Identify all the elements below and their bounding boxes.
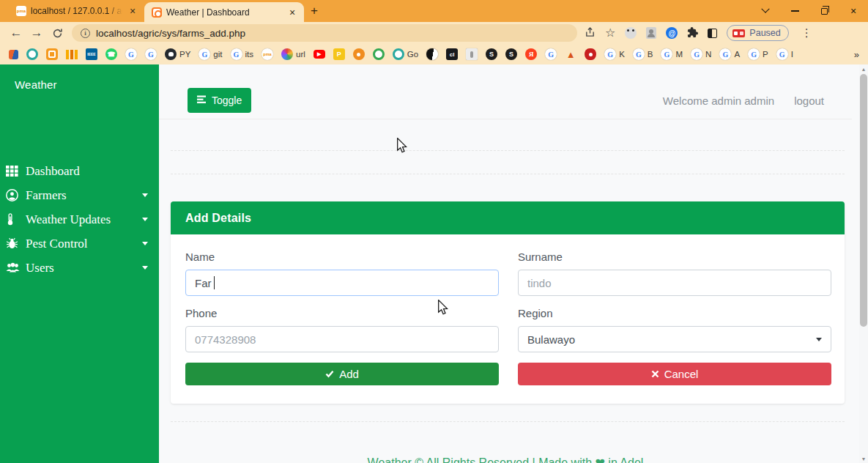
cancel-button[interactable]: Cancel: [518, 363, 831, 385]
tab-close-icon[interactable]: ×: [127, 5, 138, 17]
address-bar[interactable]: i localhost/agric/sys/farms_add.php: [72, 24, 577, 42]
bookmark-item[interactable]: GM: [661, 48, 683, 60]
bookmark-item[interactable]: G: [145, 48, 157, 60]
google-icon: G: [691, 48, 702, 60]
bookmark-item[interactable]: GB: [633, 48, 653, 60]
bookmark-item[interactable]: cl: [446, 48, 458, 60]
bookmark-item[interactable]: G: [545, 48, 557, 60]
phpmyadmin-favicon-icon: pma: [16, 6, 26, 16]
bookmark-item[interactable]: GP: [748, 48, 768, 60]
surname-input[interactable]: [518, 270, 831, 296]
scroll-up-icon[interactable]: ▲: [859, 64, 868, 73]
scrollbar-thumb[interactable]: [860, 74, 867, 327]
window-chevron-down-icon[interactable]: [751, 0, 780, 22]
url-text[interactable]: localhost/agric/sys/farms_add.php: [96, 28, 245, 39]
bookmark-item[interactable]: G: [125, 48, 137, 60]
google-icon: G: [604, 48, 616, 60]
share-icon[interactable]: [585, 26, 596, 40]
bookmark-item[interactable]: GI: [776, 48, 793, 60]
bookmark-item[interactable]: P: [333, 48, 345, 60]
bookmark-item[interactable]: [26, 48, 38, 60]
browser-menu-icon[interactable]: ⋮: [801, 26, 812, 40]
bookmark-item[interactable]: Go: [393, 48, 418, 60]
bookmark-item[interactable]: [46, 48, 58, 60]
region-select[interactable]: Bulawayo: [518, 326, 831, 352]
bookmark-item[interactable]: Ggit: [199, 48, 222, 60]
bookmark-label: Go: [407, 50, 418, 59]
idm-icon: [732, 29, 745, 37]
sidebar-item-dashboard[interactable]: Dashboard: [0, 159, 159, 183]
bookmark-item[interactable]: ▲: [565, 48, 576, 60]
new-tab-button[interactable]: +: [304, 1, 324, 21]
dark-s-icon: S: [505, 48, 517, 60]
browser-tab-weather-dashboard[interactable]: Weather | Dashboard ×: [144, 2, 304, 22]
paused-label: Paused: [749, 28, 780, 38]
sidebar-item-pest-control[interactable]: Pest Control: [0, 232, 159, 256]
phone-input[interactable]: [185, 326, 499, 352]
logout-link[interactable]: logout: [794, 95, 824, 107]
bookmark-item[interactable]: GK: [604, 48, 625, 60]
bookmark-item[interactable]: Gits: [231, 48, 254, 60]
scroll-down-icon[interactable]: ▼: [859, 454, 868, 463]
at-extension-icon[interactable]: @: [666, 27, 678, 39]
bookmark-item[interactable]: pma: [261, 48, 273, 60]
bookmark-item[interactable]: Я: [525, 48, 537, 60]
sidebar-toggle-button[interactable]: Toggle: [188, 88, 251, 113]
name-input[interactable]: [185, 270, 499, 296]
bookmark-label: M: [675, 50, 683, 59]
forward-icon[interactable]: →: [26, 26, 47, 40]
tab-close-icon[interactable]: ×: [286, 7, 298, 18]
thermometer-icon: [6, 213, 21, 226]
bookmark-star-icon[interactable]: ☆: [605, 27, 615, 39]
page-content: Weather DashboardFarmersWeather UpdatesP…: [0, 64, 868, 463]
panda-extension-icon[interactable]: [625, 27, 637, 39]
window-restore-icon[interactable]: [809, 0, 839, 22]
bookmark-item[interactable]: IEEE: [86, 48, 97, 60]
site-info-icon[interactable]: i: [81, 29, 90, 38]
sidebar-item-users[interactable]: Users: [0, 256, 159, 280]
reload-icon[interactable]: [47, 28, 67, 39]
youtube-icon: ▶: [314, 50, 325, 59]
puzzle-extensions-icon[interactable]: [687, 26, 698, 40]
bookmark-item[interactable]: GN: [691, 48, 711, 60]
scrollbar[interactable]: ▲ ▼: [859, 64, 868, 463]
name-label: Name: [185, 251, 499, 263]
bookmarks-overflow-icon[interactable]: »: [854, 49, 859, 60]
reading-mode-icon[interactable]: [708, 29, 717, 38]
window-minimize-icon[interactable]: [780, 0, 809, 22]
bookmark-item[interactable]: ▶: [314, 50, 325, 59]
profile-extension-icon[interactable]: [646, 27, 656, 39]
bookmark-item[interactable]: [373, 48, 385, 60]
bookmark-item[interactable]: [426, 48, 438, 60]
divider: [171, 174, 845, 174]
sidebar-item-farmers[interactable]: Farmers: [0, 183, 159, 207]
bookmark-item[interactable]: ☎: [105, 48, 117, 60]
bookmark-item[interactable]: GA: [719, 48, 740, 60]
bookmark-item[interactable]: S: [505, 48, 517, 60]
download-paused-pill[interactable]: Paused: [727, 25, 788, 41]
dark-bird-icon: [426, 48, 438, 60]
google-icon: G: [545, 48, 557, 60]
bookmark-item[interactable]: PY: [165, 48, 190, 60]
github-icon: [165, 48, 177, 60]
sidebar-item-label: Dashboard: [26, 164, 148, 179]
card-title: Add Details: [171, 201, 845, 234]
bookmark-label: N: [705, 50, 711, 59]
bookmark-item[interactable]: [9, 50, 18, 59]
add-button[interactable]: Add: [185, 363, 499, 385]
bookmark-item[interactable]: [353, 48, 365, 60]
sidebar-item-weather-updates[interactable]: Weather Updates: [0, 207, 159, 232]
surname-label: Surname: [518, 251, 831, 263]
check-icon: [325, 370, 334, 378]
bookmark-item[interactable]: S: [486, 48, 497, 60]
window-close-icon[interactable]: ×: [839, 0, 868, 22]
align-left-icon: [197, 95, 207, 106]
back-icon[interactable]: ←: [6, 26, 26, 40]
bookmark-item[interactable]: url: [281, 48, 305, 60]
bookmark-item[interactable]: [466, 48, 478, 60]
top-navbar: [159, 64, 852, 119]
google-icon: G: [231, 48, 242, 60]
bookmark-item[interactable]: [66, 50, 78, 59]
bookmark-item[interactable]: [585, 48, 596, 60]
browser-tab-phpmyadmin[interactable]: pma localhost / 127.0.0.1 / agree / ag ×: [9, 0, 144, 22]
